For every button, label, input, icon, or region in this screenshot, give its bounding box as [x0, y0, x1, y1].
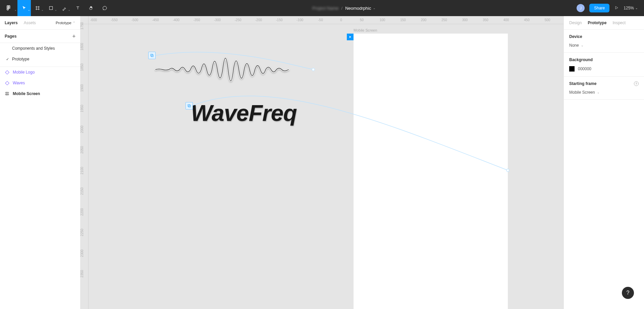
frame-tool-button[interactable]: ⌄ [31, 0, 44, 16]
comment-tool-button[interactable] [98, 0, 111, 16]
figma-logo-icon [6, 5, 12, 11]
breadcrumb-separator: / [341, 6, 343, 11]
background-color-field[interactable]: 000000 [569, 66, 639, 72]
add-page-button[interactable]: + [72, 33, 75, 39]
component-icon [5, 81, 9, 85]
chevron-down-icon: ⌄ [41, 8, 44, 11]
assets-tab[interactable]: Assets [24, 20, 36, 25]
instance-marker-logo[interactable] [185, 102, 193, 109]
page-item-components[interactable]: Components and Styles [0, 43, 80, 54]
component-icon [5, 70, 9, 75]
info-icon[interactable]: ? [634, 81, 639, 86]
main-menu-button[interactable]: ⌄ [0, 0, 17, 16]
prototype-tab[interactable]: Prototype [588, 20, 606, 25]
background-section: Background 000000 [564, 53, 644, 77]
chevron-down-icon: ⌄ [55, 8, 57, 11]
play-icon [614, 5, 619, 10]
chevron-down-icon: ⌄ [373, 6, 376, 10]
starting-frame-section: Starting frame ? Mobile Screen⌄ [564, 77, 644, 100]
design-tab[interactable]: Design [569, 20, 582, 25]
svg-point-3 [8, 7, 10, 9]
right-panel: Design Prototype Inspect Device None⌄ Ba… [564, 16, 644, 309]
pen-icon [62, 5, 67, 11]
rectangle-icon [48, 5, 54, 11]
frame-label[interactable]: Mobile Screen [354, 28, 377, 32]
starting-frame-dropdown[interactable]: Mobile Screen⌄ [569, 90, 639, 95]
ruler-horizontal: -600-550-500-450-400-350-300-250-200-150… [89, 16, 564, 24]
page-selector[interactable]: Prototype⌃ [56, 21, 75, 25]
device-dropdown[interactable]: None⌄ [569, 43, 639, 48]
text-icon [75, 5, 80, 11]
svg-rect-12 [151, 54, 153, 56]
ruler-vertical: 1750180018501900195020002050210021502200… [80, 24, 89, 309]
svg-rect-14 [188, 104, 190, 106]
inspect-tab[interactable]: Inspect [612, 20, 626, 25]
page-item-prototype[interactable]: Prototype [0, 54, 80, 64]
chevron-up-icon: ⌃ [73, 21, 75, 25]
cursor-icon [21, 5, 27, 11]
waves-component[interactable] [154, 43, 315, 90]
play-icon [348, 35, 352, 39]
frame-mobile-screen[interactable] [354, 34, 508, 309]
pages-header: Pages + [0, 30, 80, 43]
logo-text-component[interactable]: WaveFreq [191, 100, 297, 126]
breadcrumb-parent: Project Name [312, 6, 339, 11]
layer-item-mobile-logo[interactable]: Mobile Logo [0, 67, 80, 78]
text-tool-button[interactable] [71, 0, 85, 16]
layer-item-mobile-screen[interactable]: Mobile Screen [0, 88, 80, 99]
frame-icon [35, 5, 40, 11]
chevron-down-icon: ⌄ [581, 44, 584, 47]
move-tool-button[interactable]: ⌄ [17, 0, 31, 16]
prototype-start-badge[interactable] [347, 34, 354, 40]
shape-tool-button[interactable]: ⌄ [44, 0, 58, 16]
present-button[interactable] [614, 5, 619, 11]
chevron-down-icon: ⌄ [28, 8, 30, 11]
help-button[interactable]: ? [622, 287, 634, 299]
instance-icon [150, 53, 154, 57]
layers-tab[interactable]: Layers [5, 20, 18, 25]
user-avatar[interactable]: J [577, 4, 585, 12]
device-section: Device None⌄ [564, 30, 644, 53]
layer-item-waves[interactable]: Waves [0, 78, 80, 88]
canvas[interactable]: -600-550-500-450-400-350-300-250-200-150… [80, 16, 564, 309]
chevron-down-icon: ⌄ [635, 6, 638, 10]
comment-icon [102, 5, 107, 11]
svg-rect-15 [189, 105, 191, 107]
color-swatch [569, 66, 575, 72]
pen-tool-button[interactable]: ⌄ [58, 0, 71, 16]
left-panel: Layers Assets Prototype⌃ Pages + Compone… [0, 16, 80, 309]
zoom-dropdown[interactable]: 125%⌄ [624, 6, 638, 10]
instance-marker-waves[interactable] [148, 52, 156, 59]
frame-icon [5, 91, 9, 96]
svg-point-4 [7, 9, 9, 10]
chevron-down-icon: ⌄ [14, 8, 17, 11]
share-button[interactable]: Share [589, 4, 609, 12]
chevron-down-icon: ⌄ [68, 8, 70, 11]
document-title[interactable]: Project Name / Neomodrphic⌄ [111, 6, 577, 11]
hand-icon [89, 5, 94, 11]
hand-tool-button[interactable] [85, 0, 98, 16]
chevron-down-icon: ⌄ [597, 91, 600, 94]
top-toolbar: ⌄ ⌄ ⌄ ⌄ ⌄ [0, 0, 644, 16]
svg-rect-9 [49, 6, 52, 9]
instance-icon [187, 104, 191, 108]
breadcrumb-current: Neomodrphic⌄ [345, 6, 376, 11]
svg-rect-13 [151, 55, 153, 57]
